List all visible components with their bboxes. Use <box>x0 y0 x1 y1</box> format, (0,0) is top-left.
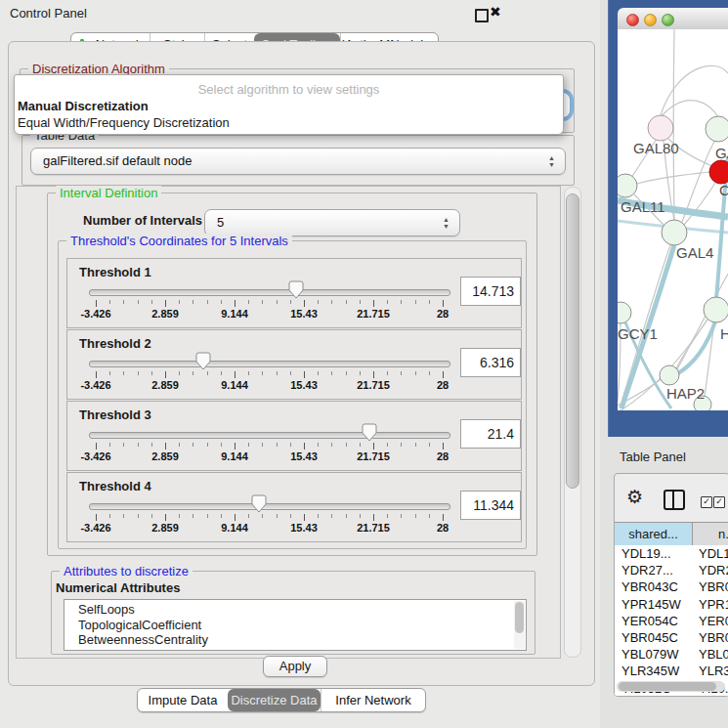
gear-icon[interactable]: ⚙ <box>626 488 643 506</box>
axis-tick-label: -3.426 <box>80 308 110 320</box>
split-view-icon[interactable] <box>664 490 685 510</box>
table-row[interactable]: YBL079WYBL0... <box>615 646 728 663</box>
network-node-selected[interactable] <box>709 160 728 184</box>
table-row[interactable]: YER054CYER0... <box>615 613 728 629</box>
major-tick <box>443 300 444 307</box>
network-node[interactable] <box>706 116 728 142</box>
close-traffic-light-icon[interactable] <box>626 14 639 26</box>
threshold-slider-track[interactable] <box>89 503 450 510</box>
tab-impute-data[interactable]: Impute Data <box>138 689 228 711</box>
major-tick <box>304 300 305 307</box>
table-horizontal-scrollbar[interactable] <box>617 681 725 692</box>
threshold-value-field[interactable]: 21.4 <box>460 419 521 449</box>
major-tick <box>373 514 374 521</box>
threshold-slider-thumb[interactable] <box>288 280 304 299</box>
table-row[interactable]: YDR27...YDR2... <box>615 562 728 578</box>
threshold-value-field[interactable]: 14.713 <box>460 277 521 306</box>
cell: YBR045C <box>615 629 692 646</box>
slider-minor-ticks <box>96 371 445 375</box>
table-row[interactable]: YBR043CYBR0... <box>615 578 728 595</box>
network-node-gcy1[interactable] <box>618 302 631 323</box>
number-of-intervals-combobox[interactable]: 5 ▲▼ <box>204 209 460 236</box>
node-label: GCY1 <box>618 325 658 342</box>
network-canvas[interactable]: GAL80 GA GAL11 GAL4 GCY1 H HAP2 C <box>618 29 728 410</box>
network-node-hap2[interactable] <box>660 365 679 385</box>
number-of-intervals-label: Number of Intervals <box>83 213 202 228</box>
cell: YBL079W <box>615 646 692 663</box>
list-item[interactable]: BetweennessCentrality <box>64 632 526 648</box>
list-vertical-scrollbar[interactable] <box>514 601 525 649</box>
zoom-traffic-light-icon[interactable] <box>662 14 674 26</box>
major-tick <box>443 443 444 450</box>
threshold-slider-thumb[interactable] <box>362 423 377 442</box>
group-label: Threshold's Coordinates for 5 Intervals <box>66 234 292 248</box>
axis-tick-label: 9.144 <box>221 379 248 391</box>
table-row[interactable]: YPR145WYPR1... <box>615 596 728 613</box>
network-window-titlebar[interactable] <box>618 8 728 30</box>
popup-option-equal-width[interactable]: Equal Width/Frequency Discretization <box>18 115 230 130</box>
threshold-slider-track[interactable] <box>89 361 450 367</box>
settings-vertical-scrollbar[interactable] <box>564 187 581 658</box>
table-header-row: shared... n... <box>615 522 728 546</box>
scrollbar-thumb[interactable] <box>566 193 579 489</box>
table-body: YDL19...YDL1... YDR27...YDR2... YBR043CY… <box>615 545 728 697</box>
network-node-gal80[interactable] <box>648 115 673 141</box>
major-tick <box>373 300 374 307</box>
major-tick <box>165 443 166 450</box>
tab-label: Infer Network <box>335 689 410 711</box>
table-row[interactable]: YLR345WYLR3... <box>615 663 728 679</box>
column-header-shared[interactable]: shared... <box>615 523 693 545</box>
axis-tick-label: 21.715 <box>357 522 390 534</box>
table-panel: ⚙ ✓ ✓ shared... n... YDL19...YDL1... YDR… <box>614 473 728 697</box>
list-item[interactable]: TopologicalCoefficient <box>64 618 526 633</box>
float-window-icon[interactable] <box>475 9 489 22</box>
tab-label: Impute Data <box>149 689 218 711</box>
cell: YDR27... <box>615 562 692 578</box>
checkbox-icon[interactable]: ✓ <box>713 496 725 508</box>
apply-button[interactable]: Apply <box>263 656 327 677</box>
threshold-value-field[interactable]: 6.316 <box>460 348 521 377</box>
threshold-panel-3: Threshold 3 -3.426 2.859 9.144 15.43 21.… <box>66 401 522 471</box>
cell: YBR043C <box>615 578 692 595</box>
numerical-attributes-label: Numerical Attributes <box>56 580 180 595</box>
threshold-slider-track[interactable] <box>89 289 450 296</box>
axis-tick-label: 15.43 <box>290 522 318 534</box>
scrollbar-thumb[interactable] <box>515 602 524 633</box>
close-icon[interactable]: ✖ <box>490 4 501 20</box>
minimize-traffic-light-icon[interactable] <box>644 14 657 26</box>
threshold-slider-thumb[interactable] <box>251 494 267 513</box>
list-item[interactable]: SelfLoops <box>64 600 526 618</box>
network-node-h[interactable] <box>704 297 728 322</box>
node-label: GA <box>715 145 728 161</box>
tab-infer-network[interactable]: Infer Network <box>321 689 425 711</box>
major-tick <box>373 371 374 378</box>
cell: YDR2... <box>692 562 728 578</box>
stepper-arrows-icon: ▲▼ <box>548 149 555 174</box>
node-label: C <box>719 182 728 198</box>
axis-tick-label: 9.144 <box>221 450 248 462</box>
major-tick <box>96 300 97 307</box>
slider-minor-ticks <box>96 300 445 304</box>
axis-tick-label: 15.43 <box>290 308 318 320</box>
table-row[interactable]: YDL19...YDL1... <box>615 545 728 562</box>
scrollbar-thumb[interactable] <box>619 682 716 691</box>
cell: YBR0... <box>692 578 728 595</box>
cell: YBL0... <box>692 646 728 663</box>
threshold-slider-track[interactable] <box>89 432 450 439</box>
table-row[interactable]: YBR045CYBR0... <box>615 629 728 646</box>
axis-tick-label: 2.859 <box>151 450 179 462</box>
threshold-value-field[interactable]: 11.344 <box>460 491 521 520</box>
column-header-name[interactable]: n... <box>693 523 728 545</box>
major-tick <box>304 443 305 450</box>
popup-option-manual[interactable]: Manual Discretization <box>18 99 149 113</box>
table-data-combobox[interactable]: galFiltered.sif default node ▲▼ <box>30 148 566 175</box>
tab-discretize-data[interactable]: Discretize Data <box>228 689 321 711</box>
network-node-gal11[interactable] <box>618 174 637 197</box>
major-tick <box>304 371 305 378</box>
threshold-label: Threshold 1 <box>79 265 151 279</box>
cell: YER054C <box>615 613 692 629</box>
threshold-slider-thumb[interactable] <box>195 352 211 370</box>
checkbox-icon[interactable]: ✓ <box>701 496 712 508</box>
network-node-gal4[interactable] <box>662 220 687 245</box>
axis-tick-label: 9.144 <box>221 522 248 534</box>
